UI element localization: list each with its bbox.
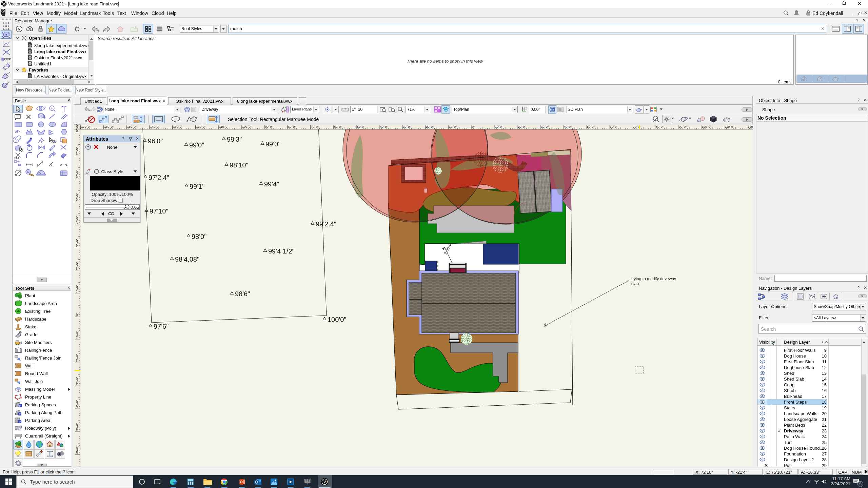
svg-text:99'1": 99'1" (190, 183, 204, 190)
svg-text:10'-0": 10'-0" (76, 285, 79, 293)
svg-text:40'-0": 40'-0" (380, 125, 388, 128)
svg-text:130'-0": 130'-0" (173, 125, 183, 128)
svg-text:100'0": 100'0" (328, 316, 346, 323)
svg-text:98'0": 98'0" (192, 233, 206, 240)
svg-text:90'-0": 90'-0" (265, 125, 273, 128)
svg-text:170'-0": 170'-0" (81, 125, 91, 128)
svg-text:70'-0": 70'-0" (76, 147, 79, 155)
svg-text:60'-0": 60'-0" (76, 446, 79, 454)
svg-text:20'-0": 20'-0" (426, 125, 434, 128)
svg-text:10'-0": 10'-0" (495, 125, 503, 128)
svg-text:slab: slab (631, 281, 639, 286)
svg-text:V: V (29, 57, 31, 59)
svg-text:10'-0": 10'-0" (449, 125, 457, 128)
svg-text:V: V (3, 2, 5, 6)
svg-text:60'-0": 60'-0" (76, 170, 79, 178)
svg-text:20'-0": 20'-0" (76, 262, 79, 270)
svg-text:60'-0": 60'-0" (334, 125, 342, 128)
svg-text:99'3": 99'3" (227, 136, 242, 143)
svg-text:V: V (29, 75, 31, 77)
svg-text:V: V (29, 50, 31, 53)
svg-text:P: P (19, 404, 21, 407)
svg-text:60'-0": 60'-0" (610, 125, 618, 128)
svg-text:97'6": 97'6" (154, 323, 169, 330)
svg-text:10'-0": 10'-0" (76, 331, 79, 339)
svg-text:99'0": 99'0" (265, 140, 280, 148)
svg-text:O: O (240, 480, 243, 484)
svg-text:30'-0": 30'-0" (76, 239, 79, 247)
svg-text:80'-0": 80'-0" (656, 125, 664, 128)
svg-text:80'-0": 80'-0" (76, 124, 79, 132)
svg-text:V: V (29, 63, 31, 65)
svg-text:50'-0": 50'-0" (76, 423, 79, 431)
svg-text:V: V (323, 480, 326, 484)
svg-text:40'-0": 40'-0" (76, 216, 79, 224)
svg-text:120'-0": 120'-0" (196, 125, 205, 128)
svg-text:99'4": 99'4" (264, 180, 279, 188)
svg-text:90'-0": 90'-0" (679, 125, 687, 128)
svg-text:30'-0": 30'-0" (76, 377, 79, 385)
svg-text:20'-0": 20'-0" (76, 354, 79, 362)
svg-text:97'10": 97'10" (150, 207, 168, 215)
svg-text:30'-0": 30'-0" (403, 125, 411, 128)
svg-text:20'-0": 20'-0" (518, 125, 526, 128)
svg-text:150'-0": 150'-0" (127, 125, 137, 128)
svg-text:100'-0": 100'-0" (702, 125, 711, 128)
svg-text:100'-0": 100'-0" (242, 125, 252, 128)
svg-text:120'-0": 120'-0" (748, 125, 753, 128)
svg-text:50'-0": 50'-0" (357, 125, 365, 128)
svg-text:P: P (19, 413, 21, 416)
svg-text:70'-0": 70'-0" (311, 125, 319, 128)
svg-text:160'-0": 160'-0" (104, 125, 114, 128)
svg-text:99'0": 99'0" (189, 141, 204, 149)
svg-text:110'-0": 110'-0" (219, 125, 228, 128)
svg-text:V: V (2, 10, 4, 13)
svg-text:99'2.4": 99'2.4" (316, 220, 336, 228)
svg-text:97'2.4": 97'2.4" (149, 174, 169, 181)
svg-text:50'-0": 50'-0" (587, 125, 595, 128)
svg-text:98'6": 98'6" (235, 290, 250, 298)
svg-text:98'4.08": 98'4.08" (175, 256, 199, 263)
svg-text:P: P (19, 420, 21, 423)
svg-text:0": 0" (76, 313, 79, 316)
svg-text:V: V (23, 37, 25, 40)
svg-text:50'-0": 50'-0" (76, 193, 79, 201)
svg-text:140'-0": 140'-0" (150, 125, 160, 128)
svg-text:98'10": 98'10" (230, 161, 248, 169)
svg-text:30'-0": 30'-0" (541, 125, 549, 128)
svg-text:V: V (29, 44, 31, 46)
svg-text:V: V (18, 27, 21, 31)
svg-text:80'-0": 80'-0" (288, 125, 296, 128)
svg-text:96'0": 96'0" (148, 137, 163, 145)
svg-text:0": 0" (472, 125, 475, 128)
svg-text:110'-0": 110'-0" (725, 125, 734, 128)
svg-text:40'-0": 40'-0" (76, 400, 79, 408)
svg-text:99'4 1/2": 99'4 1/2" (268, 247, 295, 255)
svg-text:trying to modify driveway: trying to modify driveway (631, 277, 676, 281)
svg-text:40'-0": 40'-0" (564, 125, 572, 128)
